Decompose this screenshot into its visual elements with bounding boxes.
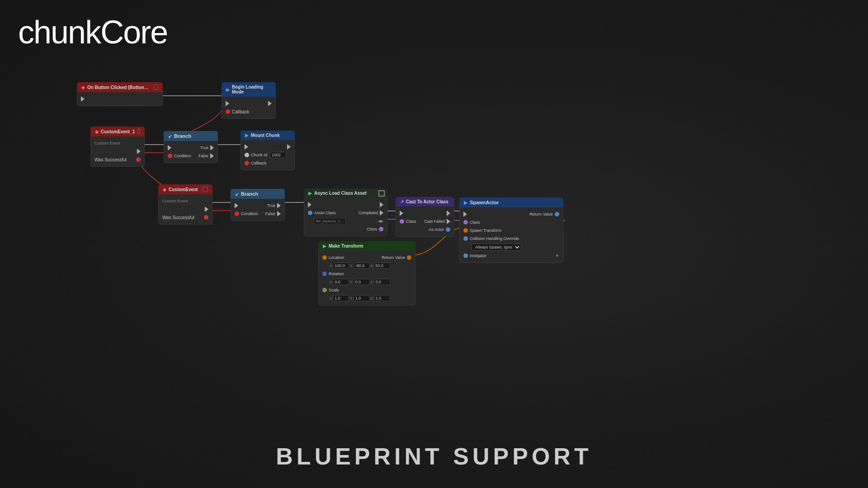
make-transform-header: ▶ Make Transform: [318, 241, 415, 251]
callback-pin: [245, 161, 249, 165]
custom-event-1-header: ◆ CustomEvent_1: [90, 127, 145, 136]
branch-2-exec-row: True: [231, 202, 284, 210]
bottom-title: BLUEPRINT SUPPORT: [0, 443, 868, 470]
scale-x-input[interactable]: [333, 295, 349, 301]
rotation-pin: [322, 272, 327, 276]
custom-event-2-body: Custom Event Was Successful: [158, 194, 212, 225]
completed-exec-pin: [380, 210, 383, 216]
x-label-r: X: [330, 280, 332, 284]
scale-y-input[interactable]: [354, 295, 370, 301]
custom-event-1-exec-row: [91, 147, 144, 155]
async-load-asset-class-value-row: BP_MyActor_C... ◀▶: [304, 217, 387, 225]
exec-in-pin: [463, 211, 467, 217]
mount-chunk-exec-row: [241, 143, 294, 151]
mount-chunk-node: ▶ Mount Chunk Chunk Id Callback: [241, 131, 295, 170]
begin-loading-header: ▶ Begin Loading Mode: [222, 82, 276, 97]
spawn-actor-node: ▶ SpawnActor Return Value Class Spawn Tr…: [459, 197, 563, 263]
collision-dropdown[interactable]: Always Spawn, Ignore Collisions: [472, 244, 521, 251]
was-successful-pin: [136, 157, 141, 162]
false-exec-pin: [277, 211, 281, 216]
cast-as-actor-row: As Actor: [396, 225, 454, 234]
chunk-id-input[interactable]: [270, 152, 286, 158]
mount-chunk-header: ▶ Mount Chunk: [241, 131, 295, 140]
branch-1-condition-row: Condition False: [164, 152, 217, 160]
location-y-input[interactable]: [354, 263, 370, 269]
custom-event-1-body: Custom Event Was Successful: [90, 136, 145, 167]
instigator-label: Instigator: [470, 253, 486, 258]
begin-loading-exec-in-row: [222, 99, 275, 108]
class-in-pin: [400, 219, 404, 224]
rotation-z-input[interactable]: [374, 279, 390, 285]
was-successful-label: Was Successful: [162, 215, 202, 220]
exec-out-pin: [81, 96, 85, 102]
make-transform-node: ▶ Make Transform Location Return Value X…: [318, 241, 415, 305]
branch-1-label: Branch: [174, 133, 191, 139]
asset-class-pin: [308, 211, 312, 215]
z-label: Z: [371, 264, 373, 268]
false-label: False: [265, 211, 275, 216]
x-label: X: [330, 264, 332, 268]
exec-out-pin: [447, 211, 450, 216]
custom-event-1-node: ◆ CustomEvent_1 Custom Event Was Success…: [90, 127, 145, 167]
location-x-input[interactable]: [333, 263, 349, 269]
on-button-clicked-exec-row: [77, 95, 162, 103]
class-label: Class: [470, 220, 480, 225]
spawn-transform-row: Spawn Transform: [460, 226, 563, 235]
cast-failed-label: Cast Failed: [424, 219, 445, 224]
location-z-input[interactable]: [374, 263, 390, 269]
exec-out-pin: [137, 149, 141, 154]
exec-out-pin: [268, 101, 272, 106]
branch-2-condition-row: Condition False: [231, 210, 284, 218]
z-label-s: Z: [371, 296, 373, 300]
rotation-x-input[interactable]: [333, 279, 349, 285]
location-label: Location: [329, 255, 380, 260]
exec-in-pin: [245, 144, 248, 150]
custom-event-1-label: CustomEvent_1: [101, 129, 135, 134]
rotation-y-input[interactable]: [354, 279, 370, 285]
exec-in-pin: [235, 203, 238, 208]
cast-body: Class Cast Failed As Actor: [396, 206, 454, 237]
custom-event-2-node: ◆ CustomEvent Custom Event Was Successfu…: [158, 184, 212, 225]
spawn-exec-row: Return Value: [460, 210, 563, 218]
begin-loading-label: Begin Loading Mode: [232, 84, 271, 94]
condition-label: Condition: [241, 211, 264, 216]
spawn-class-row: Class: [460, 218, 563, 226]
condition-pin: [168, 154, 172, 158]
class-pin: [463, 220, 468, 225]
scale-row: Scale: [319, 286, 415, 294]
scale-label: Scale: [329, 288, 339, 292]
rotation-xyz-row: X Y Z: [319, 278, 415, 286]
spawn-collision-dropdown-row: Always Spawn, Ignore Collisions: [460, 243, 563, 252]
scale-pin: [322, 288, 327, 292]
on-button-clicked-label: On Button Clicked (ButtonCharacter1): [87, 85, 151, 90]
clock-icon: [378, 190, 385, 197]
asset-class-label: Asset Class: [314, 211, 356, 215]
custom-event-2-label: CustomEvent: [169, 187, 198, 192]
class-in-label: Class: [406, 219, 422, 224]
return-value-label: Return Value: [382, 255, 405, 260]
spawn-instigator-row: Instigator ▼: [460, 252, 563, 260]
on-button-clicked-node: ◆ On Button Clicked (ButtonCharacter1): [77, 82, 163, 106]
return-value-label: Return Value: [529, 212, 553, 216]
async-load-asset-class-row: Asset Class Completed: [304, 209, 387, 217]
condition-label: Condition: [174, 154, 197, 158]
custom-event-2-exec-row: [159, 205, 212, 213]
exec-in-pin: [168, 145, 171, 150]
callback-label: Callback: [232, 109, 249, 114]
return-pin: [407, 255, 411, 260]
as-actor-pin: [446, 227, 450, 232]
cast-header: ↗ Cast To Actor Class: [396, 197, 454, 206]
make-transform-label: Make Transform: [329, 244, 363, 249]
chunk-id-label: Chunk Id: [251, 153, 267, 157]
scale-xyz-row: X Y Z: [319, 294, 415, 302]
scale-z-input[interactable]: [374, 295, 390, 301]
custom-event-2-sub-row: Custom Event: [159, 197, 212, 205]
condition-pin: [235, 211, 239, 216]
async-load-label: Async Load Class Asset: [314, 191, 367, 196]
exec-in-pin: [226, 101, 229, 106]
spawn-collision-row: Collision Handling Override: [460, 235, 563, 243]
mount-chunk-callback-row: Callback: [241, 159, 294, 167]
cast-exec-row: [396, 209, 454, 217]
was-successful-pin: [204, 215, 208, 220]
false-exec-pin: [210, 153, 214, 159]
